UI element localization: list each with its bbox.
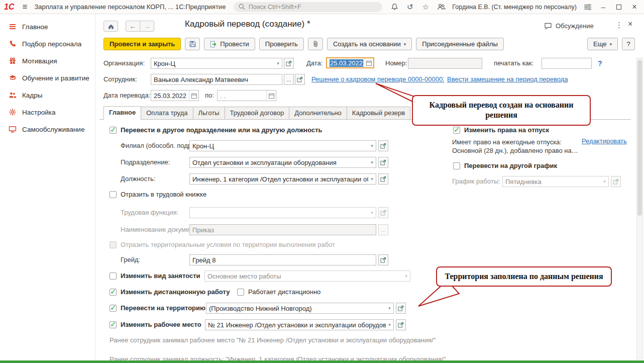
more-button[interactable]: Еще ▾ — [587, 38, 618, 50]
create-based-on-button[interactable]: Создать на основании ▾ — [327, 38, 412, 50]
change-schedule-checkbox[interactable] — [453, 162, 460, 169]
territory-field[interactable]: (Производство Нижний Новгород) ▾ — [206, 303, 394, 314]
territory-checkbox[interactable] — [110, 305, 117, 312]
workplace-open-button[interactable] — [396, 319, 406, 330]
home-button[interactable] — [103, 21, 118, 32]
transfer-checkbox-label: Перевести в другое подразделение или на … — [121, 126, 323, 135]
sidebar-item-training[interactable]: Обучение и развитие — [0, 69, 95, 86]
transfer-checkbox[interactable] — [110, 127, 117, 134]
remote-work-checkbox[interactable] — [110, 289, 117, 296]
edit-vacations-link[interactable]: Редактировать — [582, 137, 627, 146]
calendar-icon[interactable] — [364, 58, 373, 67]
grade-open-button[interactable] — [378, 254, 388, 265]
sidebar-item-label: Главное — [22, 23, 48, 31]
scrollbar-thumb[interactable] — [637, 60, 642, 216]
help-button[interactable]: ? — [622, 38, 635, 50]
window-close-button[interactable]: × — [630, 3, 639, 11]
forward-button[interactable]: → — [140, 21, 154, 32]
tab-bar: Главное Оплата труда Льготы Трудовой дог… — [103, 106, 410, 120]
post-and-close-button[interactable]: Провести и закрыть — [103, 38, 181, 50]
discussion-button[interactable]: Обсуждение — [544, 22, 594, 30]
forward-icon: → — [144, 22, 151, 30]
branch-field[interactable]: Крон-Ц ▾ — [189, 140, 376, 151]
phone-icon — [8, 40, 17, 48]
employment-type-label: Изменить вид занятости — [121, 271, 200, 281]
current-user[interactable]: Гордина Е.В. (Ст. менеджер по персоналу) — [452, 4, 577, 11]
sidebar-item-label: Подбор персонала — [22, 40, 81, 48]
tab-contract[interactable]: Трудовой договор — [225, 107, 290, 120]
window-minimize-button[interactable]: – — [599, 3, 608, 11]
document-name-value: Приказ — [190, 226, 376, 234]
sidebar-item-hr[interactable]: Кадры — [0, 86, 95, 104]
employee-value: Ваньков Александр Матвеевич — [151, 76, 282, 83]
tab-main[interactable]: Главное — [103, 106, 141, 120]
position-open-button[interactable] — [378, 173, 388, 185]
back-button[interactable]: ← — [126, 21, 140, 32]
post-button[interactable]: Провести — [204, 38, 255, 50]
tab-additional[interactable]: Дополнительно — [289, 107, 347, 120]
attached-files-button[interactable]: Присоединенные файлы — [416, 38, 504, 50]
grade-field[interactable]: Грейд 8 — [189, 254, 376, 265]
transfer-date-to-field[interactable]: . . — [217, 90, 276, 101]
favorites-star-icon[interactable]: ☆ — [421, 3, 430, 11]
global-search-input[interactable]: Поиск Ctrl+Shift+F — [234, 2, 382, 12]
dropdown-icon[interactable]: ▾ — [368, 143, 376, 148]
window-maximize-button[interactable] — [614, 3, 623, 11]
tab-reserve[interactable]: Кадровый резерв — [347, 107, 410, 120]
substitution-link[interactable]: Ввести замещение на период перевода — [447, 74, 568, 85]
attach-button[interactable] — [308, 38, 323, 50]
sidebar-item-settings[interactable]: Настройка — [0, 104, 95, 121]
dropdown-icon[interactable]: ▾ — [274, 61, 282, 66]
date-field[interactable]: 25.03.2022 — [326, 57, 374, 68]
print-as-field[interactable] — [542, 58, 592, 69]
dropdown-icon[interactable]: ▾ — [386, 322, 393, 327]
main-menu-icon[interactable]: ≡ — [21, 2, 34, 12]
tab-salary[interactable]: Оплата труда — [141, 107, 193, 120]
organization-open-button[interactable] — [284, 58, 294, 69]
open-icon — [380, 143, 386, 149]
save-button[interactable] — [185, 38, 200, 50]
department-field[interactable]: Отдел установки и эксплуатации оборудова… — [189, 157, 376, 168]
tab-benefits[interactable]: Льготы — [193, 107, 225, 120]
change-vacation-checkbox[interactable] — [453, 127, 460, 134]
employee-open-button[interactable] — [295, 74, 305, 85]
notifications-bell-icon[interactable] — [390, 3, 399, 11]
dropdown-icon[interactable]: ▾ — [368, 160, 376, 165]
remote-work-label: Изменить дистанционную работу — [121, 288, 230, 297]
department-open-button[interactable] — [378, 157, 388, 168]
employee-field[interactable]: Ваньков Александр Матвеевич — [151, 74, 282, 85]
works-remotely-checkbox[interactable] — [237, 289, 244, 296]
users-icon[interactable] — [437, 3, 446, 11]
transfer-date-field[interactable]: 25.03.2022 — [151, 90, 199, 101]
open-icon — [380, 159, 386, 165]
settings-sliders-icon[interactable] — [583, 3, 592, 11]
workbook-checkbox[interactable] — [110, 191, 117, 198]
position-field[interactable]: Инженер, 1 категория /Отдел установки и … — [189, 173, 376, 185]
open-icon — [398, 305, 404, 311]
calendar-icon[interactable] — [189, 90, 198, 101]
history-icon[interactable]: ↺ — [405, 3, 414, 11]
calendar-icon[interactable] — [266, 90, 276, 101]
form-close-button[interactable]: × — [628, 20, 632, 29]
workplace-field[interactable]: № 21 Инженер /Отдел установки и эксплуат… — [205, 319, 394, 330]
territory-open-button[interactable] — [396, 303, 406, 314]
territorial-conditions-checkbox — [110, 241, 117, 248]
chevron-down-icon: ▾ — [609, 42, 612, 47]
more-menu-icon[interactable]: ⋮ — [615, 21, 623, 30]
sidebar-item-self-service[interactable]: Самообслуживание — [0, 121, 95, 138]
check-button[interactable]: Проверить — [259, 38, 304, 50]
organization-field[interactable]: Крон-Ц ▾ — [151, 58, 282, 69]
branch-open-button[interactable] — [378, 140, 388, 151]
schedule-label: График работы: — [452, 176, 500, 187]
dropdown-icon[interactable]: ▾ — [368, 176, 376, 182]
sidebar-item-motivation[interactable]: Мотивация — [0, 52, 95, 69]
dropdown-icon[interactable]: ▾ — [386, 306, 393, 311]
print-as-help-link[interactable]: ? — [598, 59, 602, 67]
employee-choose-button[interactable]: ... — [284, 74, 294, 85]
vertical-scrollbar[interactable] — [636, 58, 643, 359]
decision-link[interactable]: Решение о кадровом переводе 0000-000001 … — [311, 74, 444, 85]
sidebar-item-main[interactable]: Главное — [0, 18, 95, 35]
employment-type-checkbox[interactable] — [110, 273, 117, 280]
sidebar-item-recruitment[interactable]: Подбор персонала — [0, 35, 95, 52]
workplace-checkbox[interactable] — [110, 321, 117, 328]
